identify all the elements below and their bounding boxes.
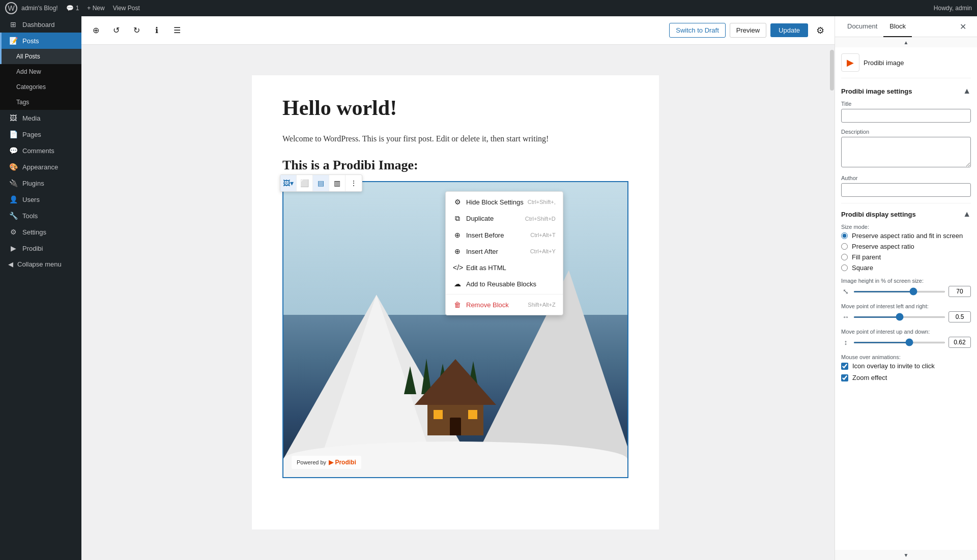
sidebar-label-comments: Comments [22,147,54,155]
list-view-button[interactable]: ☰ [169,22,185,39]
add-block-button[interactable]: ⊕ [88,22,104,39]
scrollbar-thumb[interactable] [830,50,834,91]
left-right-value-input[interactable] [949,311,971,322]
sidebar-item-settings[interactable]: ⚙ Settings [0,224,81,240]
sidebar-item-posts[interactable]: 📝 Posts [0,33,81,49]
block-type-button[interactable]: 🖼▾ [280,175,297,191]
new-post-link[interactable]: + New [87,5,104,12]
editor-content: Hello world! Welcome to WordPress. This … [81,45,829,560]
sidebar-item-pages[interactable]: 📄 Pages [0,126,81,142]
sidebar-submenu-tags[interactable]: Tags [0,95,81,110]
height-value-input[interactable] [949,286,971,297]
up-down-value-input[interactable] [949,337,971,348]
menu-item-hide-block-settings[interactable]: ⚙ Hide Block Settings Ctrl+Shift+, [446,194,563,210]
view-post-link[interactable]: View Post [113,5,140,12]
radio-square[interactable]: Square [841,264,971,272]
align-none-button[interactable]: ⬜ [297,175,313,191]
sidebar-item-comments[interactable]: 💬 Comments [0,142,81,159]
align-wide-button[interactable]: ▥ [329,175,346,191]
tags-label: Tags [16,99,29,106]
radio-preserve-fit-input[interactable] [841,232,848,239]
comments-link[interactable]: 💬 1 [66,5,79,12]
radio-fill-parent[interactable]: Fill parent [841,253,971,261]
sidebar-label-appearance: Appearance [22,163,58,171]
post-title[interactable]: Hello world! [282,96,628,120]
dashboard-icon: ⊞ [8,20,18,28]
display-settings-toggle[interactable]: ▲ [963,210,971,219]
sidebar-label-users: Users [22,196,40,203]
tab-block[interactable]: Block [883,16,912,37]
insert-before-icon: ⊕ [453,231,462,239]
up-down-slider[interactable] [853,342,945,343]
radio-square-input[interactable] [841,264,848,271]
radio-preserve-ratio[interactable]: Preserve aspect ratio [841,243,971,250]
sidebar-submenu-categories[interactable]: Categories [0,79,81,95]
display-settings-title-text: Prodibi display settings [841,211,916,218]
align-center-button[interactable]: ▤ [313,175,329,191]
title-input[interactable] [841,109,971,123]
collapse-menu-button[interactable]: ◀ Collapse menu [0,256,81,272]
undo-button[interactable]: ↺ [108,22,124,39]
new-link-label: + New [87,5,104,12]
panel-scroll-up-button[interactable]: ▲ [835,37,977,47]
update-button[interactable]: Update [770,23,808,37]
checkbox-icon-overlay[interactable]: Icon overlay to invite to click [841,362,971,370]
display-settings-section: Prodibi display settings ▲ Size mode: Pr… [841,210,971,381]
remove-block-label: Remove Block [466,301,509,309]
sidebar-item-appearance[interactable]: 🎨 Appearance [0,159,81,175]
menu-item-remove-block[interactable]: 🗑 Remove Block Shift+Alt+Z [446,297,563,313]
vertical-scrollbar[interactable] [829,45,835,560]
sidebar-submenu-all-posts[interactable]: All Posts [0,49,81,64]
radio-preserve-ratio-input[interactable] [841,243,848,250]
all-posts-label: All Posts [16,53,40,60]
left-right-slider[interactable] [853,316,945,318]
sidebar-item-users[interactable]: 👤 Users [0,191,81,208]
radio-preserve-ratio-label: Preserve aspect ratio [852,243,914,250]
description-field: Description [841,129,971,169]
remove-block-icon: 🗑 [453,301,462,309]
image-settings-toggle[interactable]: ▲ [963,86,971,96]
menu-item-insert-after[interactable]: ⊕ Insert After Ctrl+Alt+Y [446,243,563,259]
menu-item-insert-before[interactable]: ⊕ Insert Before Ctrl+Alt+T [446,227,563,243]
insert-before-label: Insert Before [466,231,504,239]
size-mode-label: Size mode: [841,224,971,230]
radio-preserve-fit[interactable]: Preserve aspect ratio and fit in screen [841,232,971,240]
preview-button[interactable]: Preview [730,23,766,38]
redo-button[interactable]: ↻ [128,22,145,39]
tab-document[interactable]: Document [841,16,883,37]
icon-overlay-checkbox[interactable] [841,363,848,370]
settings-gear-button[interactable]: ⚙ [812,22,828,39]
sidebar: ⊞ Dashboard 📝 Posts All Posts Add New Ca… [0,16,81,560]
radio-fill-parent-input[interactable] [841,254,848,260]
left-right-label: Move point of interest left and right: [841,303,971,309]
sidebar-submenu-add-new[interactable]: Add New [0,64,81,79]
panel-close-button[interactable]: ✕ [955,18,971,35]
switch-to-draft-button[interactable]: Switch to Draft [669,23,726,38]
post-body-text[interactable]: Welcome to WordPress. This is your first… [282,132,628,145]
panel-scroll-down-button[interactable]: ▼ [835,550,977,560]
checkbox-zoom-effect[interactable]: Zoom effect [841,374,971,381]
height-slider[interactable] [853,291,945,292]
sidebar-item-prodibi[interactable]: ▶ Prodibi [0,240,81,256]
menu-item-edit-as-html[interactable]: </> Edit as HTML [446,259,563,276]
block-heading[interactable]: This is a Prodibi Image: [282,158,628,173]
sidebar-item-plugins[interactable]: 🔌 Plugins [0,175,81,191]
panel-tabs: Document Block ✕ [835,16,977,37]
author-input[interactable] [841,183,971,197]
zoom-effect-checkbox[interactable] [841,374,848,381]
description-input[interactable] [841,137,971,167]
info-button[interactable]: ℹ [149,22,165,39]
menu-item-add-reusable[interactable]: ☁ Add to Reusable Blocks [446,276,563,292]
icon-overlay-label: Icon overlay to invite to click [852,362,935,370]
sidebar-label-plugins: Plugins [22,180,44,187]
sidebar-item-dashboard[interactable]: ⊞ Dashboard [0,16,81,33]
block-more-options-button[interactable]: ⋮ [346,175,362,191]
wp-logo[interactable]: W [5,2,17,14]
sidebar-item-tools[interactable]: 🔧 Tools [0,208,81,224]
site-name[interactable]: admin's Blog! [21,5,58,12]
menu-item-duplicate[interactable]: ⧉ Duplicate Ctrl+Shift+D [446,210,563,227]
comment-icon: 💬 [66,5,74,12]
sidebar-item-media[interactable]: 🖼 Media [0,110,81,126]
duplicate-shortcut: Ctrl+Shift+D [525,216,556,222]
remove-block-shortcut: Shift+Alt+Z [528,302,555,308]
